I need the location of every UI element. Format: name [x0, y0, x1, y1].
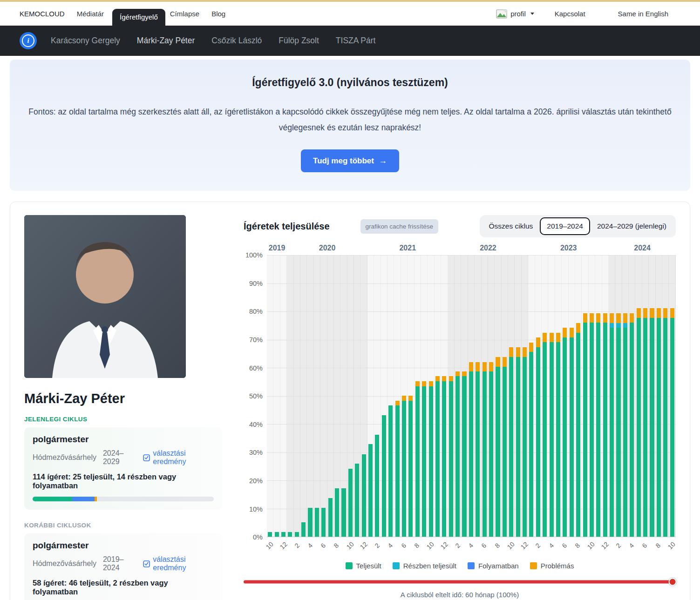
chevron-down-icon: [530, 13, 534, 15]
bar-segment-teljesült: [308, 508, 312, 537]
nav-link-cimlapse[interactable]: Címlapse: [170, 10, 199, 18]
subnav-tisza-part[interactable]: TISZA Párt: [336, 36, 376, 46]
learn-more-button[interactable]: Tudj meg többet →: [301, 149, 399, 172]
bar-slot: [656, 255, 662, 537]
bar-segment-problémás: [657, 308, 661, 318]
bar-slot: [508, 255, 515, 537]
bar-segment-teljesült: [603, 323, 607, 537]
x-tick-cell: [327, 539, 334, 558]
stacked-bar: [335, 488, 339, 537]
bar-slot: [602, 255, 609, 537]
x-tick-cell: 12: [602, 539, 610, 558]
bar-slot: [609, 255, 615, 537]
x-tick-label: 2: [534, 542, 542, 550]
bar-segment-problémás: [455, 371, 460, 376]
bar-segment-problémás: [670, 308, 674, 318]
x-tick-cell: 2: [294, 539, 301, 558]
subnav-karacsony-gergely[interactable]: Karácsony Gergely: [51, 36, 120, 46]
bar-segment-problémás: [596, 313, 600, 323]
nav-link-blog[interactable]: Blog: [211, 10, 225, 18]
stacked-bar: [509, 347, 513, 537]
stacked-bar: [408, 396, 413, 537]
legend-item-problémás[interactable]: Problémás: [530, 562, 574, 570]
legend-item-folyamatban[interactable]: Folyamatban: [468, 562, 519, 570]
previous-election-result-link[interactable]: választási eredmény: [143, 555, 214, 572]
bar-slot: [515, 255, 521, 537]
nav-tab-igeretfigyelo-active[interactable]: Ígéretfigyelő: [112, 9, 165, 26]
bar-slot: [441, 255, 448, 537]
stacked-bar: [503, 357, 507, 537]
x-tick-cell: 10: [267, 539, 274, 558]
current-election-result-link[interactable]: választási eredmény: [143, 449, 214, 466]
bar-segment-problémás: [536, 337, 540, 347]
progress-segment-részben-vagy-folyamatban: [72, 497, 95, 501]
nav-link-language[interactable]: Same in English: [618, 10, 668, 18]
stacked-bar: [550, 333, 554, 537]
bar-segment-problémás: [489, 362, 493, 372]
x-tick-label: 2: [293, 542, 301, 550]
bar-segment-problémás: [550, 333, 554, 343]
stacked-bar: [610, 313, 614, 537]
bar-segment-teljesült: [348, 469, 353, 537]
year-label-2022: 2022: [480, 244, 496, 252]
stacked-bar: [576, 323, 580, 537]
tab-2019-2024-active[interactable]: 2019–2024: [540, 217, 590, 235]
tab-2024-2029[interactable]: 2024–2029 (jelenlegi): [590, 217, 673, 235]
x-tick-label: 2: [374, 542, 381, 550]
slider-handle[interactable]: [669, 578, 677, 586]
bar-segment-teljesült: [596, 323, 600, 537]
stacked-bar: [455, 371, 460, 537]
x-tick-cell: [314, 539, 321, 558]
info-icon[interactable]: i: [20, 32, 37, 49]
year-label-2021: 2021: [399, 244, 416, 252]
x-tick-cell: 12: [442, 539, 449, 558]
x-tick-cell: 4: [629, 539, 636, 558]
slider-track[interactable]: [244, 580, 676, 584]
x-tick-label: 6: [641, 542, 649, 550]
bar-segment-teljesült: [543, 342, 547, 537]
nav-link-mediatar[interactable]: Médiatár: [77, 10, 104, 18]
slider-caption: A ciklusból eltelt idő: 60 hónap (100%): [244, 591, 676, 599]
bar-segment-problémás: [442, 376, 446, 381]
x-tick-cell: 12: [522, 539, 529, 558]
subnav-fulop-zsolt[interactable]: Fülöp Zsolt: [279, 36, 319, 46]
bar-segment-teljesült: [375, 435, 379, 537]
stacked-bar: [422, 381, 426, 537]
bar-segment-teljesült: [442, 381, 446, 537]
brand-kemocloud[interactable]: KEMOCLOUD: [20, 10, 65, 18]
x-tick-cell: [288, 539, 294, 558]
y-tick-label: 40%: [249, 421, 263, 428]
x-tick-cell: 8: [656, 539, 662, 558]
legend-label: Részben teljesült: [403, 562, 456, 570]
tab-osszes-ciklus[interactable]: Összes ciklus: [482, 217, 540, 235]
subnav-csozik-laszlo[interactable]: Csőzik László: [211, 36, 262, 46]
bar-slot: [267, 255, 273, 537]
x-tick-label: 6: [400, 542, 408, 550]
x-tick-cell: 10: [508, 539, 516, 558]
legend-item-részben-teljesült[interactable]: Részben teljesült: [393, 562, 456, 570]
bar-segment-teljesült: [268, 532, 272, 537]
x-tick-label: 8: [493, 542, 501, 550]
bar-slot: [662, 255, 669, 537]
x-tick-cell: [408, 539, 415, 558]
bar-segment-problémás: [509, 347, 513, 357]
stacked-bar: [543, 333, 547, 537]
bar-segment-teljesült: [295, 532, 299, 537]
x-tick-cell: 8: [334, 539, 340, 558]
y-tick-label: 10%: [249, 506, 263, 513]
bar-slot: [327, 255, 334, 537]
bar-slot: [273, 255, 280, 537]
refresh-chart-cache-button[interactable]: grafikon cache frissítése: [360, 219, 439, 234]
bar-slot: [374, 255, 381, 537]
stacked-bar: [435, 376, 440, 537]
bar-segment-teljesült: [650, 318, 654, 537]
stacked-bar: [657, 308, 661, 537]
subnav-marki-zay-peter[interactable]: Márki-Zay Péter: [137, 36, 195, 46]
year-label-2023: 2023: [560, 244, 577, 252]
legend-item-teljesült[interactable]: Teljesült: [346, 562, 381, 570]
stacked-bar: [415, 381, 420, 537]
x-tick-label: 6: [560, 542, 568, 550]
nav-link-kapcsolat[interactable]: Kapcsolat: [555, 10, 585, 18]
bar-segment-teljesült: [570, 337, 574, 537]
profile-dropdown[interactable]: profil: [496, 9, 534, 19]
